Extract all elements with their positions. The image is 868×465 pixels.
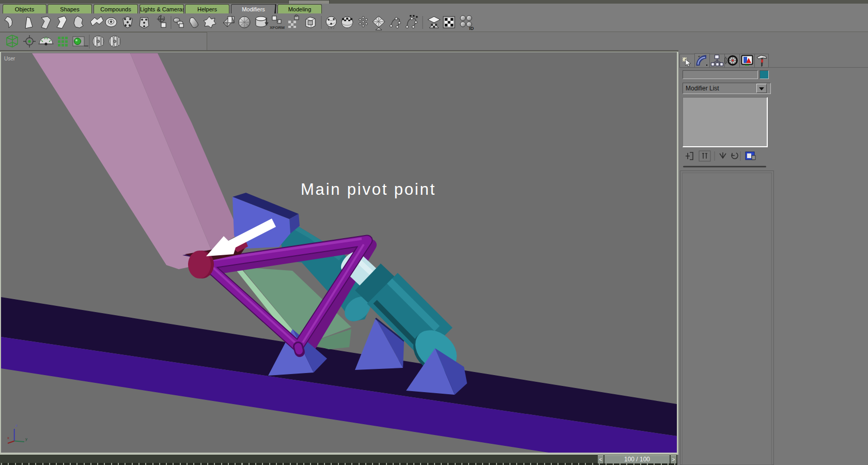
svg-text:User: User <box>4 56 16 61</box>
svg-text:ID: ID <box>469 26 474 31</box>
svg-text:x: x <box>7 436 9 440</box>
svg-text:XFORM: XFORM <box>270 25 285 30</box>
svg-text:Main pivot point: Main pivot point <box>301 180 436 198</box>
svg-text:y: y <box>25 437 27 441</box>
svg-text:z: z <box>16 423 18 428</box>
